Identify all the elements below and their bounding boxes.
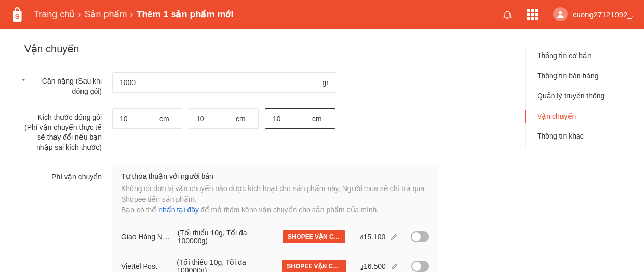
bell-icon[interactable] [502,9,513,19]
logo-shopee-bag-icon[interactable]: S [10,6,24,22]
sidebar-item[interactable]: Thông tin bán hàng [526,66,644,87]
sidebar-item[interactable]: Vận chuyển [526,106,644,127]
dim-length-input[interactable] [120,115,155,123]
row-weight: * Cân nặng (Sau khi đóng gói) gr [24,72,504,96]
carrier-name: Viettel Post [121,262,172,270]
username-label: cuong27121992_. [573,10,634,19]
open-channels-link[interactable]: nhấn tại đây [158,206,199,214]
fee-desc2-prefix: Bạn có thể [121,206,158,214]
sidebar-item[interactable]: Thông tin cơ bản [526,46,644,66]
weight-input-wrapper: gr [112,72,336,93]
carrier-price: đ15.100 [351,233,385,241]
fee-panel: Tự thỏa thuận với người bán Không có đơn… [112,165,438,272]
pencil-icon[interactable] [390,233,398,241]
weight-label: Cân nặng (Sau khi đóng gói) [42,77,102,95]
carrier-toggle[interactable] [411,231,429,242]
dimensions-label: Kích thước đóng gói (Phí vận chuyển thực… [24,113,102,151]
shopee-shipping-badge: SHOPEE VẬN CHUYỂN [282,260,346,272]
svg-point-1 [559,11,562,14]
dim-height-wrapper: cm [265,108,335,129]
fee-panel-title: Tự thỏa thuận với người bán [121,172,429,180]
top-header: S Trang chủ › Sản phẩm › Thêm 1 sản phẩm… [0,0,644,29]
dim-length-wrapper: cm [112,108,182,129]
carrier-price: đ16.500 [351,262,386,270]
shopee-shipping-badge: SHOPEE VẬN CHUY… [283,230,345,243]
svg-text:S: S [15,13,20,20]
fee-desc2-suffix: để mở thêm kênh vận chuyển cho sản phẩm … [199,206,379,214]
breadcrumb-products[interactable]: Sản phẩm [84,9,127,20]
pencil-icon[interactable] [391,262,399,270]
row-dimensions: Kích thước đóng gói (Phí vận chuyển thực… [24,108,504,152]
breadcrumb-current: Thêm 1 sản phẩm mới [136,9,233,20]
weight-input[interactable] [120,78,318,87]
sidebar-item[interactable]: Quản lý truyền thông [526,86,644,106]
carrier-toggle[interactable] [411,261,429,272]
main-form: Vận chuyển * Cân nặng (Sau khi đóng gói)… [0,29,525,272]
shipping-fee-label: Phí vận chuyển [51,173,102,181]
dim-height-unit: cm [312,115,322,123]
apps-grid-icon[interactable] [528,9,538,19]
carrier-name: Giao Hàng Nha… [121,233,173,241]
row-shipping-fee: Phí vận chuyển Tự thỏa thuận với người b… [24,165,504,272]
carrier-limits: (Tối thiểu 10g, Tối đa 100000g) [178,229,278,245]
sidebar-item[interactable]: Thông tin khác [526,126,644,147]
weight-unit: gr [323,78,329,87]
dim-width-wrapper: cm [189,108,259,129]
carrier-limits: (Tối thiểu 10g, Tối đa 100000g) [177,258,277,272]
chevron-right-icon: › [78,9,81,20]
dim-width-input[interactable] [196,115,232,123]
carrier-row: Viettel Post(Tối thiểu 10g, Tối đa 10000… [121,258,429,272]
fee-panel-desc2: Bạn có thể nhấn tại đây để mở thêm kênh … [121,205,429,215]
user-menu[interactable]: cuong27121992_. [553,7,634,21]
chevron-right-icon: › [130,9,133,20]
sidebar-nav: Thông tin cơ bảnThông tin bán hàngQuản l… [525,29,644,272]
required-mark: * [22,77,25,86]
breadcrumb: Trang chủ › Sản phẩm › Thêm 1 sản phẩm m… [34,9,233,20]
dim-length-unit: cm [159,115,169,123]
fee-panel-desc1: Không có đơn vị vận chuyển nào được kích… [121,183,429,205]
dim-width-unit: cm [236,115,246,123]
header-actions: cuong27121992_. [502,7,634,21]
section-title: Vận chuyển [24,43,504,55]
dim-height-input[interactable] [273,115,308,123]
carrier-row: Giao Hàng Nha…(Tối thiểu 10g, Tối đa 100… [121,229,429,245]
avatar [553,7,568,21]
breadcrumb-home[interactable]: Trang chủ [34,9,75,20]
